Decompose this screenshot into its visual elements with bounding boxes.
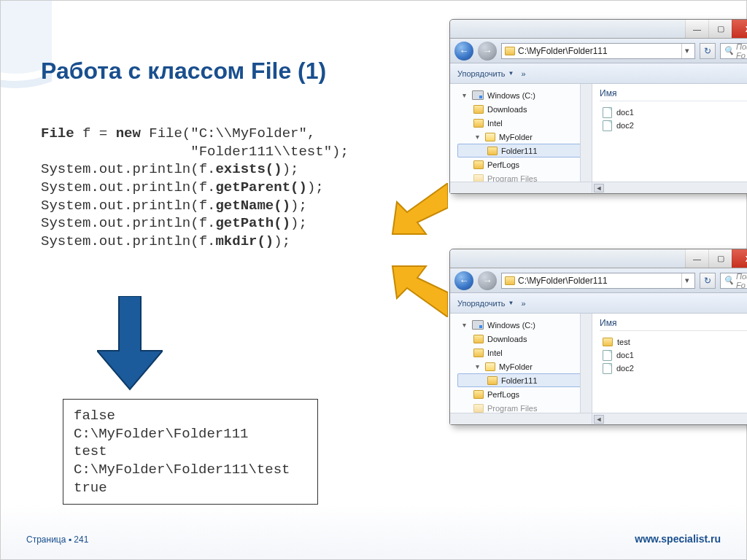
- folder-icon: [473, 160, 484, 169]
- svg-marker-3: [97, 296, 163, 389]
- tree-item[interactable]: PerfLogs: [457, 158, 589, 171]
- site-url: www.specialist.ru: [635, 533, 721, 545]
- search-input[interactable]: 🔍Поиск: Fo: [720, 273, 747, 289]
- file-item[interactable]: doc2: [600, 119, 747, 132]
- address-bar[interactable]: C:\MyFolder\Folder111 ▾: [501, 43, 695, 59]
- document-icon: [603, 107, 612, 118]
- svg-marker-4: [392, 183, 448, 234]
- maximize-button[interactable]: ▢: [708, 249, 732, 268]
- scrollbar-horizontal[interactable]: ◄►: [592, 413, 747, 424]
- arrow-left-top-icon: [391, 183, 448, 240]
- tree-item[interactable]: Downloads: [457, 332, 589, 346]
- tree-item[interactable]: ▾MyFolder: [457, 359, 589, 373]
- document-icon: [603, 363, 612, 374]
- tree-item[interactable]: Downloads: [457, 102, 589, 116]
- minimize-button[interactable]: —: [685, 249, 708, 268]
- tree-item[interactable]: ▾MyFolder: [457, 130, 589, 144]
- folder-tree: ▾Windows (C:) Downloads Intel ▾MyFolder …: [450, 84, 592, 193]
- page-footer: Страница ▪ 241: [26, 534, 88, 545]
- folder-icon: [473, 349, 484, 357]
- tree-item[interactable]: Intel: [457, 346, 589, 359]
- folder-icon: [473, 404, 484, 413]
- chevron-down-icon[interactable]: ▾: [681, 273, 692, 288]
- address-bar[interactable]: C:\MyFolder\Folder111 ▾: [501, 273, 695, 289]
- titlebar[interactable]: — ▢ X: [450, 249, 747, 268]
- search-input[interactable]: 🔍Поиск: Fo: [720, 43, 747, 59]
- document-icon: [603, 120, 612, 131]
- folder-icon: [603, 338, 613, 346]
- tree-item-drive[interactable]: ▾Windows (C:): [457, 88, 589, 102]
- address-text: C:\MyFolder\Folder111: [518, 276, 678, 286]
- refresh-button[interactable]: ↻: [700, 273, 716, 289]
- folder-icon: [505, 47, 515, 55]
- tree-item[interactable]: Intel: [457, 116, 589, 130]
- close-button[interactable]: X: [732, 20, 747, 38]
- tree-item-selected[interactable]: Folder111: [457, 144, 589, 158]
- titlebar[interactable]: — ▢ X: [450, 20, 747, 39]
- tree-item-drive[interactable]: ▾Windows (C:): [457, 318, 589, 332]
- toolbar: Упорядочить▼ »: [450, 63, 747, 84]
- chevron-down-icon[interactable]: ▾: [681, 44, 692, 58]
- file-item[interactable]: test: [600, 335, 747, 349]
- svg-marker-5: [392, 266, 448, 317]
- output-box: false C:\MyFolder\Folder111 test C:\MyFo…: [63, 399, 318, 505]
- code-example: File f = new File("C:\\MyFolder", "Folde…: [41, 125, 349, 251]
- maximize-button[interactable]: ▢: [708, 20, 732, 38]
- drive-icon: [472, 320, 484, 330]
- column-header-name[interactable]: Имя: [600, 88, 747, 101]
- file-pane: Имя doc1 doc2 ◄►: [592, 84, 747, 193]
- scrollbar-horizontal[interactable]: [450, 182, 592, 193]
- scrollbar-horizontal[interactable]: ◄►: [592, 182, 747, 193]
- back-button[interactable]: ←: [454, 42, 473, 61]
- address-text: C:\MyFolder\Folder111: [518, 46, 678, 56]
- file-pane: Имя test doc1 doc2 ◄►: [592, 314, 747, 424]
- scrollbar-horizontal[interactable]: [450, 413, 592, 424]
- arrow-left-bottom-icon: [391, 260, 448, 317]
- forward-button[interactable]: →: [478, 271, 497, 290]
- folder-icon: [473, 390, 484, 399]
- folder-icon: [487, 147, 498, 155]
- scrollbar-vertical[interactable]: [580, 84, 592, 182]
- close-button[interactable]: X: [732, 249, 747, 268]
- drive-icon: [472, 90, 484, 100]
- tree-item-selected[interactable]: Folder111: [457, 373, 589, 387]
- back-button[interactable]: ←: [454, 271, 473, 290]
- folder-icon: [485, 362, 495, 371]
- more-menu[interactable]: »: [521, 69, 525, 78]
- tree-item[interactable]: PerfLogs: [457, 387, 589, 401]
- toolbar: Упорядочить▼ »: [450, 293, 747, 314]
- document-icon: [603, 350, 612, 361]
- folder-icon: [473, 105, 484, 114]
- organize-menu[interactable]: Упорядочить▼: [457, 69, 514, 78]
- forward-button[interactable]: →: [478, 42, 497, 61]
- folder-icon: [473, 119, 484, 128]
- folder-icon: [505, 276, 515, 285]
- slide-title: Работа с классом File (1): [41, 58, 326, 85]
- minimize-button[interactable]: —: [685, 20, 708, 38]
- file-item[interactable]: doc1: [600, 349, 747, 362]
- folder-icon: [473, 335, 484, 343]
- refresh-button[interactable]: ↻: [700, 43, 716, 59]
- organize-menu[interactable]: Упорядочить▼: [457, 299, 514, 308]
- explorer-window-before: — ▢ X ← → C:\MyFolder\Folder111 ▾ ↻ 🔍Пои…: [449, 19, 747, 194]
- folder-tree: ▾Windows (C:) Downloads Intel ▾MyFolder …: [450, 314, 592, 424]
- explorer-window-after: — ▢ X ← → C:\MyFolder\Folder111 ▾ ↻ 🔍Пои…: [449, 249, 747, 425]
- folder-icon: [487, 376, 498, 385]
- scrollbar-vertical[interactable]: [580, 314, 592, 413]
- more-menu[interactable]: »: [521, 299, 525, 308]
- column-header-name[interactable]: Имя: [600, 318, 747, 331]
- arrow-down-icon: [97, 296, 163, 391]
- folder-icon: [485, 133, 495, 141]
- file-item[interactable]: doc1: [600, 106, 747, 119]
- file-item[interactable]: doc2: [600, 362, 747, 375]
